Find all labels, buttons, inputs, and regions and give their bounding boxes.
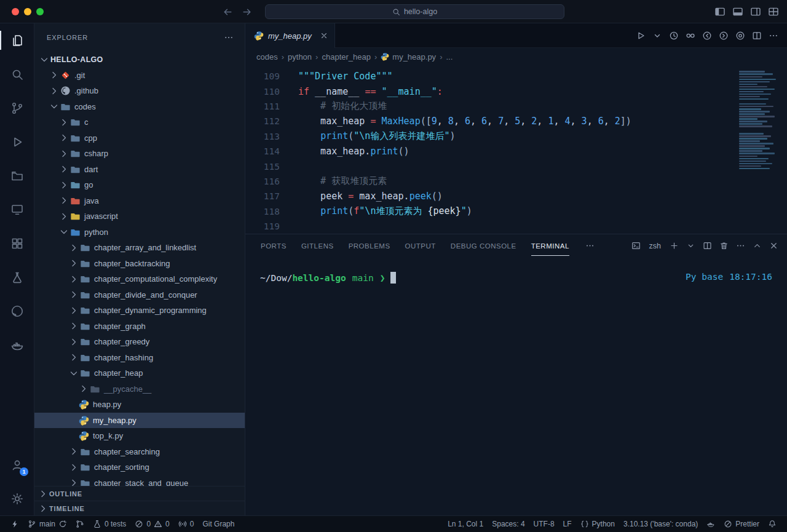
panel-tab-ports[interactable]: PORTS [261, 236, 287, 256]
panel-tab-gitlens[interactable]: GITLENS [301, 236, 334, 256]
editor-code-area[interactable]: 109"""Driver Code"""110if __name__ == "_… [245, 65, 787, 234]
activity-settings[interactable] [0, 482, 34, 515]
tree-item-dart[interactable]: dart [34, 162, 245, 178]
activity-remote-explorer[interactable] [0, 193, 34, 226]
status-language-mode[interactable]: Python [576, 516, 619, 532]
activity-testing[interactable] [0, 260, 34, 294]
toggle-panel-icon[interactable] [732, 6, 743, 17]
navigate-forward-icon[interactable] [242, 7, 252, 17]
tree-item-go[interactable]: go [34, 177, 245, 193]
tree-item-chapter-heap[interactable]: chapter_heap [34, 365, 245, 381]
tree-item--git[interactable]: .git [34, 68, 245, 84]
minimap[interactable] [737, 70, 785, 170]
status-indentation[interactable]: Spaces: 4 [488, 516, 529, 532]
status-cursor-position[interactable]: Ln 1, Col 1 [443, 516, 488, 532]
maximize-panel-icon[interactable] [753, 241, 762, 250]
status-branch[interactable]: main [23, 516, 71, 532]
tree-item-heap-py[interactable]: heap.py [34, 397, 245, 413]
open-changes-icon[interactable] [686, 31, 695, 41]
new-terminal-icon[interactable] [670, 241, 679, 250]
activity-docker[interactable] [0, 328, 34, 362]
tree-item-chapter-greedy[interactable]: chapter_greedy [34, 334, 245, 350]
gitlens-icon[interactable] [735, 31, 745, 41]
split-terminal-icon[interactable] [703, 241, 712, 250]
tree-item-codes[interactable]: codes [34, 99, 245, 115]
tree-item-python[interactable]: python [34, 224, 245, 240]
status-interpreter[interactable]: 3.10.13 ('base': conda) [619, 516, 702, 532]
timeline-section-header[interactable]: TIMELINE [34, 501, 245, 515]
tree-item-javascript[interactable]: javascript [34, 208, 245, 224]
activity-github[interactable] [0, 294, 34, 328]
tree-item-c[interactable]: c [34, 114, 245, 130]
tree-item-csharp[interactable]: csharp [34, 146, 245, 162]
command-center-search[interactable]: hello-algo [265, 4, 564, 19]
active-shell-label[interactable]: zsh [649, 242, 661, 250]
breadcrumb-item[interactable]: codes [256, 52, 278, 62]
terminal[interactable]: ~/Dow/hello-algomain❯ Py base18:17:16 [245, 257, 787, 515]
more-icon[interactable] [736, 241, 745, 250]
maximize-window-button[interactable] [36, 8, 44, 15]
tree-item-chapter-stack-and-queue[interactable]: chapter_stack_and_queue [34, 475, 245, 486]
status-tests[interactable]: 0 tests [89, 516, 130, 532]
activity-run-debug[interactable] [0, 125, 34, 159]
breadcrumb-item[interactable]: chapter_heap [322, 52, 371, 62]
tree-item--github[interactable]: .github [34, 83, 245, 99]
status-remote[interactable] [6, 516, 23, 532]
tree-item-chapter-computational-complexity[interactable]: chapter_computational_complexity [34, 271, 245, 287]
status-eol[interactable]: LF [559, 516, 576, 532]
status-ports[interactable]: 0 [174, 516, 199, 532]
kill-terminal-icon[interactable] [719, 241, 729, 250]
tree-item-chapter-backtracking[interactable]: chapter_backtracking [34, 256, 245, 272]
status-notifications[interactable] [764, 516, 781, 532]
split-editor-icon[interactable] [752, 31, 762, 41]
tree-item-chapter-searching[interactable]: chapter_searching [34, 444, 245, 460]
status-container[interactable] [702, 516, 719, 532]
toggle-secondary-sidebar-icon[interactable] [750, 6, 761, 17]
tree-item-chapter-graph[interactable]: chapter_graph [34, 319, 245, 335]
tree-item-cpp[interactable]: cpp [34, 130, 245, 146]
panel-tab-terminal[interactable]: TERMINAL [531, 236, 569, 256]
panel-tab-debug-console[interactable]: DEBUG CONSOLE [451, 236, 516, 256]
tree-item-chapter-array-and-linkedlist[interactable]: chapter_array_and_linkedlist [34, 240, 245, 256]
activity-accounts[interactable]: 1 [0, 448, 34, 482]
breadcrumb-item[interactable]: python [288, 52, 312, 62]
previous-change-icon[interactable] [702, 31, 712, 41]
close-tab-icon[interactable] [320, 31, 328, 40]
more-icon[interactable] [585, 241, 595, 250]
next-change-icon[interactable] [719, 31, 729, 41]
panel-tab-output[interactable]: OUTPUT [405, 236, 436, 256]
navigate-back-icon[interactable] [223, 7, 233, 17]
more-actions-icon[interactable] [224, 33, 234, 42]
run-dropdown-icon[interactable] [652, 31, 662, 41]
status-commit-graph[interactable] [71, 516, 89, 532]
tree-item--pycache-[interactable]: __pycache__ [34, 381, 245, 397]
run-icon[interactable] [636, 31, 646, 41]
history-icon[interactable] [669, 31, 679, 41]
close-panel-icon[interactable] [769, 241, 778, 250]
tree-item-chapter-divide-and-conquer[interactable]: chapter_divide_and_conquer [34, 287, 245, 303]
tab-my-heap-py[interactable]: my_heap.py [245, 23, 335, 48]
breadcrumb-item[interactable]: ... [446, 52, 453, 62]
status-encoding[interactable]: UTF-8 [529, 516, 559, 532]
customize-layout-icon[interactable] [768, 6, 779, 17]
panel-tab-problems[interactable]: PROBLEMS [349, 236, 390, 256]
minimize-window-button[interactable] [24, 8, 31, 15]
tree-item-chapter-hashing[interactable]: chapter_hashing [34, 350, 245, 366]
toggle-primary-sidebar-icon[interactable] [714, 6, 726, 17]
close-window-button[interactable] [12, 8, 19, 15]
activity-extensions[interactable] [0, 226, 34, 260]
tree-item-java[interactable]: java [34, 193, 245, 209]
terminal-dropdown-icon[interactable] [686, 241, 695, 250]
tree-root-hello-algo[interactable]: HELLO-ALGO [34, 52, 245, 68]
status-prettier[interactable]: Prettier [719, 516, 764, 532]
activity-explorer[interactable] [0, 23, 34, 57]
activity-source-control[interactable] [0, 91, 34, 125]
status-problems[interactable]: 00 [130, 516, 173, 532]
outline-section-header[interactable]: OUTLINE [34, 486, 245, 501]
tree-item-chapter-dynamic-programming[interactable]: chapter_dynamic_programming [34, 303, 245, 319]
activity-search[interactable] [0, 57, 34, 91]
status-git-graph[interactable]: Git Graph [198, 516, 239, 532]
activity-folders[interactable] [0, 159, 34, 193]
tree-item-chapter-sorting[interactable]: chapter_sorting [34, 459, 245, 475]
tree-item-my-heap-py[interactable]: my_heap.py [34, 413, 245, 429]
